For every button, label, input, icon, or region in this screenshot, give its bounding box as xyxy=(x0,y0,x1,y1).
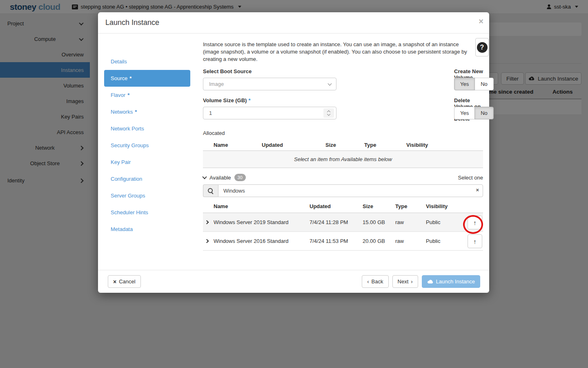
available-count-badge: 30 xyxy=(234,174,246,181)
wizard-step-flavor[interactable]: Flavor* xyxy=(104,87,190,103)
delete-volume-no-button[interactable]: No xyxy=(474,107,494,119)
number-spinner[interactable] xyxy=(323,108,334,118)
modal-launch-instance-button[interactable]: Launch Instance xyxy=(422,275,480,288)
step-label: Details xyxy=(111,58,127,65)
step-label: Security Groups xyxy=(111,142,149,148)
modal-launch-button-label: Launch Instance xyxy=(436,278,475,285)
clear-search-icon[interactable]: × xyxy=(476,187,479,193)
toggle-label: Yes xyxy=(460,110,469,116)
column-header-type: Type xyxy=(395,203,426,209)
modal-header: Launch Instance × xyxy=(98,12,489,34)
image-row-windows-2019[interactable]: Windows Server 2019 Standard 7/4/24 11:2… xyxy=(203,213,483,232)
step-label: Key Pair xyxy=(111,159,131,165)
wizard-step-security-groups[interactable]: Security Groups xyxy=(104,137,190,154)
available-table-header: Name Updated Size Type Visibility xyxy=(203,200,483,213)
image-type: raw xyxy=(395,219,426,225)
step-label: Flavor xyxy=(111,92,125,98)
wizard-step-scheduler-hints[interactable]: Scheduler Hints xyxy=(104,204,190,221)
column-header-name: Name xyxy=(214,142,262,148)
launch-instance-modal: Launch Instance × Details Source* Flavor… xyxy=(98,12,489,293)
wizard-step-networks[interactable]: Networks* xyxy=(104,103,190,120)
column-header-size: Size xyxy=(363,203,395,209)
back-button-label: Back xyxy=(372,278,383,285)
create-volume-toggle: Yes No xyxy=(454,78,494,90)
wizard-step-metadata[interactable]: Metadata xyxy=(104,221,190,238)
close-icon[interactable]: × xyxy=(479,17,483,25)
help-button[interactable]: ? xyxy=(475,38,489,56)
chevron-down-icon[interactable] xyxy=(202,175,207,179)
search-icon xyxy=(208,188,214,194)
help-icon: ? xyxy=(477,42,488,53)
toggle-label: No xyxy=(481,81,488,87)
up-arrow-icon: ↑ xyxy=(473,219,477,226)
wizard-step-details[interactable]: Details xyxy=(104,53,190,70)
step-description: Instance source is the template used to … xyxy=(203,41,471,63)
right-angle-icon: › xyxy=(411,278,412,285)
delete-volume-yes-button[interactable]: Yes xyxy=(454,107,475,119)
step-label: Configuration xyxy=(111,176,142,182)
next-button-label: Next xyxy=(398,278,409,285)
image-type: raw xyxy=(395,238,426,244)
step-label: Network Ports xyxy=(111,126,144,132)
column-header-updated: Updated xyxy=(262,142,325,148)
available-section-header: Available 30 Select one xyxy=(203,174,483,181)
image-row-windows-2016[interactable]: Windows Server 2016 Standard 7/4/24 11:5… xyxy=(203,232,483,251)
up-arrow-icon: ↑ xyxy=(473,238,477,245)
create-volume-no-button[interactable]: No xyxy=(474,78,494,90)
image-visibility: Public xyxy=(426,219,471,225)
image-search-input[interactable] xyxy=(218,184,483,197)
wizard-step-configuration[interactable]: Configuration xyxy=(104,171,190,187)
allocate-image-button[interactable]: ↑ xyxy=(468,215,482,229)
create-volume-yes-button[interactable]: Yes xyxy=(454,78,475,90)
column-header-updated: Updated xyxy=(310,203,363,209)
image-name: Windows Server 2019 Standard xyxy=(214,219,310,225)
left-angle-icon: ‹ xyxy=(367,278,369,285)
toggle-label: Yes xyxy=(460,81,469,87)
wizard-step-source[interactable]: Source* xyxy=(104,70,190,87)
volume-size-label: Volume Size (GB)* xyxy=(203,97,250,103)
wizard-step-network-ports[interactable]: Network Ports xyxy=(104,120,190,137)
image-updated: 7/4/24 11:53 PM xyxy=(310,238,363,244)
boot-source-label: Select Boot Source xyxy=(203,68,252,74)
column-header-visibility: Visibility xyxy=(406,142,483,148)
allocate-image-button[interactable]: ↑ xyxy=(468,234,482,248)
step-label: Source xyxy=(111,75,127,81)
column-header-visibility: Visibility xyxy=(426,203,471,209)
required-marker: * xyxy=(135,109,137,115)
cancel-button-label: Cancel xyxy=(119,278,135,285)
step-label: Scheduler Hints xyxy=(111,209,148,215)
wizard-step-key-pair[interactable]: Key Pair xyxy=(104,154,190,171)
image-search-bar: × xyxy=(203,184,483,197)
available-section-title: Available xyxy=(209,175,231,181)
step-label: Metadata xyxy=(111,226,133,232)
column-header-size: Size xyxy=(325,142,364,148)
expander-chevron-icon[interactable] xyxy=(205,239,209,243)
column-header-type: Type xyxy=(364,142,406,148)
x-icon: × xyxy=(113,278,116,285)
image-name: Windows Server 2016 Standard xyxy=(214,238,310,244)
image-size: 15.00 GB xyxy=(363,219,395,225)
select-hint-label: Select one xyxy=(458,175,483,181)
cancel-button[interactable]: ×Cancel xyxy=(108,275,141,288)
delete-volume-toggle: Yes No xyxy=(454,107,494,119)
boot-source-select[interactable]: Image xyxy=(203,78,336,90)
cloud-upload-icon xyxy=(427,279,434,284)
chevron-down-icon xyxy=(327,112,330,116)
wizard-nav: Details Source* Flavor* Networks* Networ… xyxy=(104,53,190,238)
next-button[interactable]: Next› xyxy=(392,275,418,288)
back-button[interactable]: ‹Back xyxy=(362,275,388,288)
allocated-table-header: Name Updated Size Type Visibility xyxy=(203,139,483,151)
search-button[interactable] xyxy=(203,184,218,197)
expander-chevron-icon[interactable] xyxy=(205,220,209,224)
required-marker: * xyxy=(248,97,250,103)
column-header-name: Name xyxy=(214,203,310,209)
image-size: 20.00 GB xyxy=(363,238,395,244)
volume-size-field-wrap xyxy=(203,107,336,119)
allocated-section-title: Allocated xyxy=(203,130,225,136)
volume-size-input[interactable] xyxy=(203,107,336,119)
modal-footer: ×Cancel ‹Back Next› Launch Instance xyxy=(98,270,489,293)
wizard-step-server-groups[interactable]: Server Groups xyxy=(104,187,190,204)
image-updated: 7/4/24 11:28 PM xyxy=(310,219,363,225)
image-visibility: Public xyxy=(426,238,471,244)
required-marker: * xyxy=(127,92,129,98)
